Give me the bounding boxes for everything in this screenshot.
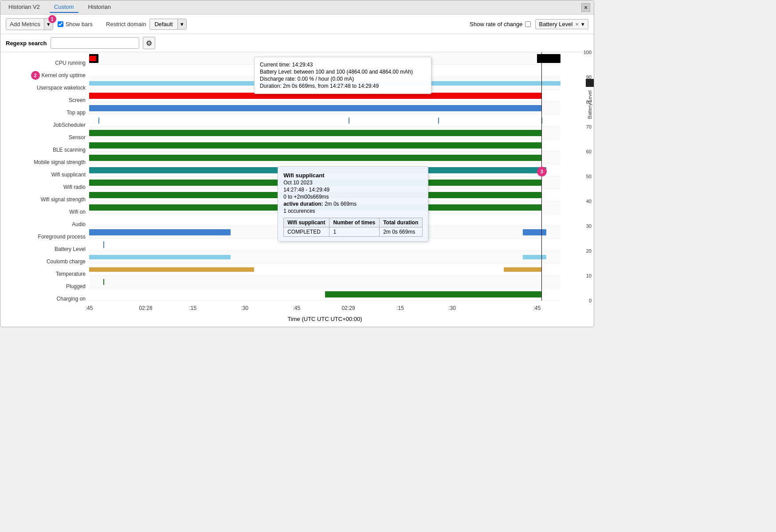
battery-swatch — [586, 79, 594, 87]
gear-icon: ⚙ — [146, 39, 152, 47]
y-axis-tick: 60 — [586, 149, 592, 154]
tooltip-duration: Duration: 2m 0s 669ms, from 14:27:48 to … — [260, 83, 426, 89]
chart-bar — [89, 267, 254, 272]
show-rate-label: Show rate of change — [470, 21, 522, 27]
show-bars-label: Show bars — [66, 21, 93, 27]
tooltip-lower-occurrences: 1 occurences — [283, 208, 423, 214]
x-axis-tick: :15 — [189, 305, 197, 311]
settings-button[interactable]: ⚙ — [143, 37, 155, 49]
chart-bar — [89, 105, 541, 111]
row-label: Screen — [0, 94, 89, 106]
x-axis-tick: :45 — [293, 305, 300, 311]
tooltip-time: Current time: 14:29:43 — [260, 62, 426, 68]
table-row — [89, 114, 560, 127]
table-row — [89, 251, 560, 263]
domain-select-value: Default — [150, 19, 177, 29]
row-label: Audio — [0, 218, 89, 231]
battery-level-tag: Battery Level × ▾ — [535, 19, 588, 29]
x-axis-tick: :15 — [396, 305, 404, 311]
x-axis-tick: :30 — [448, 305, 456, 311]
domain-select-arrow-icon[interactable]: ▾ — [177, 19, 186, 29]
table-row — [89, 127, 560, 139]
badge-3: 3 — [537, 167, 547, 176]
tooltip-lower-table: Wifi supplicantNumber of timesTotal dura… — [283, 218, 423, 237]
chart-bar — [89, 229, 231, 235]
add-metrics-label: Add Metrics — [6, 19, 44, 30]
x-axis-tick: 02:29 — [342, 305, 355, 311]
tooltip-upper: Current time: 14:29:43 Battery Level: be… — [254, 57, 431, 94]
add-metrics-button[interactable]: Add Metrics ▾ 1 — [6, 18, 53, 30]
table-row — [89, 276, 560, 288]
tooltip-lower-active-duration: active duration: 2m 0s 669ms — [283, 201, 423, 207]
tooltip-lower-time-range: 14:27:48 - 14:29:49 — [283, 187, 423, 193]
restrict-domain-control: Restrict domain Default ▾ — [106, 19, 187, 30]
tab-historian-v2[interactable]: Historian V2 — [4, 2, 44, 13]
row-label: Mobile signal strength — [0, 156, 89, 168]
row-label: 2Kernel only uptime — [0, 69, 89, 82]
chart-bar — [89, 56, 96, 61]
regexp-search-input[interactable] — [51, 37, 139, 49]
chart-canvas: Current time: 14:29:43 Battery Level: be… — [89, 52, 560, 305]
chart-bar — [537, 54, 560, 63]
close-button[interactable]: × — [581, 3, 590, 12]
row-labels: CPU running2Kernel only uptimeUserspace … — [0, 52, 89, 305]
show-rate-checkbox[interactable] — [525, 21, 531, 27]
battery-level-text: Battery Level — [539, 21, 573, 27]
chart-bar — [438, 117, 439, 124]
chart-container: CPU running2Kernel only uptimeUserspace … — [0, 52, 594, 305]
y-axis-tick: 70 — [586, 124, 592, 129]
row-label: Wifi on — [0, 206, 89, 218]
row-label: Wifi signal strength — [0, 193, 89, 206]
row-label: Battery Level — [0, 243, 89, 255]
show-bars-checkbox[interactable] — [58, 21, 63, 27]
x-axis-label: Time (UTC UTC UTC+00:00) — [89, 316, 560, 327]
tooltip-discharge: Discharge rate: 0.00 % / hour (0.00 mA) — [260, 76, 426, 82]
main-window: Historian V2 Custom Historian × Add Metr… — [0, 0, 594, 327]
tab-custom[interactable]: Custom — [50, 2, 78, 13]
row-label: CPU running — [0, 57, 89, 69]
row-label: JobScheduler — [0, 119, 89, 131]
x-axis-tick: :45 — [86, 305, 93, 311]
table-row — [89, 152, 560, 164]
search-row: Regexp search ⚙ — [0, 34, 594, 52]
chart-bar — [103, 279, 104, 285]
chart-bar — [325, 291, 542, 297]
row-label: BLE scanning — [0, 144, 89, 156]
battery-level-dropdown-icon[interactable]: ▾ — [581, 21, 584, 27]
y-axis-tick: 0 — [589, 298, 592, 303]
row-label: Plugged — [0, 280, 89, 293]
add-metrics-badge: 1 — [48, 15, 56, 23]
row-label: Foreground process — [0, 231, 89, 243]
tooltip-battery: Battery Level: between 100 and 100 (4864… — [260, 69, 426, 75]
chart-bar — [98, 117, 99, 124]
battery-legend: Battery Level — [586, 79, 594, 119]
x-axis-tick: 02:28 — [139, 305, 153, 311]
x-axis-tick: :45 — [533, 305, 541, 311]
table-row — [89, 139, 560, 152]
y-axis-tick: 10 — [586, 273, 592, 278]
show-rate-control: Show rate of change — [470, 21, 530, 27]
titlebar: Historian V2 Custom Historian × — [0, 0, 594, 15]
show-bars-control: Show bars — [58, 21, 93, 27]
x-axis: :4502:28:15:30:4502:29:15:30:45 — [89, 305, 560, 316]
tooltip-lower: Wifi supplicant Oct 10 2023 14:27:48 - 1… — [278, 166, 428, 242]
tab-historian[interactable]: Historian — [84, 2, 115, 13]
row-label: Top app — [0, 106, 89, 119]
row-label: Wifi supplicant — [0, 168, 89, 181]
chart-bar — [523, 255, 546, 259]
y-axis-tick: 30 — [586, 223, 592, 229]
table-row — [89, 263, 560, 276]
chart-bar — [541, 81, 560, 86]
domain-select[interactable]: Default ▾ — [149, 19, 186, 30]
row-label: Charging on — [0, 293, 89, 305]
chart-bar — [103, 241, 104, 248]
cursor-line — [541, 52, 542, 301]
battery-level-close-icon[interactable]: × — [575, 21, 579, 27]
tooltip-lower-date: Oct 10 2023 — [283, 180, 423, 186]
row-label: Wifi radio — [0, 181, 89, 193]
chart-bar — [89, 155, 541, 161]
y-axis-tick: 20 — [586, 248, 592, 254]
chart-bar — [523, 229, 546, 235]
right-panel: 1009080706050403020100 Battery Level — [560, 52, 594, 305]
chart-bar — [89, 130, 541, 136]
